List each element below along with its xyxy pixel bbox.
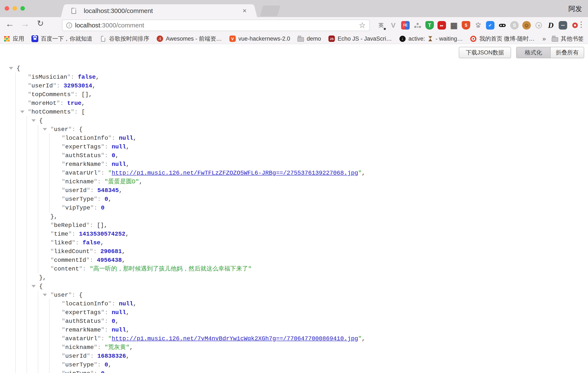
collapse-triangle-icon[interactable] [43,294,47,296]
json-line: "hotComments": [ [28,108,365,116]
collapse-triangle-icon[interactable] [43,128,47,131]
monkey-extension-icon[interactable]: ☺ [522,21,531,30]
json-children-block: "locationInfo": null,"expertTags": null,… [49,299,365,373]
bookmark-baidu[interactable]: 百度一下，你就知道 [32,35,93,43]
other-bookmarks-label: 其他书签 [561,35,584,43]
bookmarks-overflow-chevron[interactable]: » [542,35,546,42]
json-line: "avatarUrl": "http://p1.music.126.net/7v… [62,334,365,343]
minimize-window-button[interactable] [12,6,17,11]
json-tree-viewer: {"isMusician": false,"userId": 32953014,… [17,64,365,373]
reload-button[interactable]: ↻ [34,19,46,28]
d-extension-icon[interactable]: D [546,21,555,30]
weibo-gray-extension-icon[interactable] [534,21,543,30]
json-children-block: {"user": {"locationInfo": null,"expertTa… [27,116,365,373]
json-line: "likedCount": 290681, [50,247,365,256]
translate-extension-icon[interactable]: 英 [377,21,386,30]
bookmarks-bar: 应用百度一下，你就知道谷歌按时间排序AAwesomes - 前端资…Vvue-h… [0,34,588,44]
json-line: "authStatus": 0, [62,151,365,160]
bookmarks-right: » 其他书签 [542,34,584,44]
bookmark-label: 百度一下，你就知道 [41,35,93,43]
page-info-icon[interactable]: i [66,22,72,28]
address-bar[interactable]: i localhost:3000/comment ☆ [62,20,370,31]
bookmark-echojs[interactable]: JSEcho JS - JavaScri… [328,35,392,42]
tab-title: localhost:3000/comment [84,7,153,14]
json-line: { [17,64,365,73]
json-line: { [39,282,365,291]
window-titlebar: localhost:3000/comment × 阿发 [0,0,588,17]
s-extension-icon[interactable]: S [510,21,519,30]
json-line: { [39,116,365,125]
bookmark-label: vue-hackernews-2.0 [239,35,290,42]
url-text[interactable]: localhost:3000/comment [75,22,144,29]
json-line: "beReplied": [], [50,221,365,230]
other-bookmarks-folder[interactable]: 其他书签 [551,35,584,43]
vimium-extension-icon[interactable]: V [389,21,398,30]
collapse-triangle-icon[interactable] [9,67,13,70]
doc-icon [100,35,106,42]
bookmark-active-waiting[interactable]: ↓active:- waiting… [399,35,463,42]
collapse-all-button[interactable]: 折叠所有 [550,47,584,58]
back-button[interactable]: ← [4,19,16,29]
bookmark-demo[interactable]: demo [297,35,321,42]
json-line: "vipType": 0 [62,369,365,373]
json-line: }, [39,273,365,282]
new-tab-button[interactable] [260,6,280,16]
page-content: 下载JSON数据 格式化 折叠所有 {"isMusician": false,"… [0,44,588,373]
json-url-link[interactable]: http://p1.music.126.net/FwTFLzZFZOZO5WFL… [112,170,358,176]
bookmark-star-icon[interactable]: ☆ [359,21,366,30]
json-children-block: "user": {"locationInfo": null,"expertTag… [38,125,365,273]
weibored-icon [470,35,477,42]
collapse-triangle-icon[interactable] [20,111,24,113]
json-line: "user": { [50,291,365,299]
url-host: localhost [75,22,100,29]
bookmark-label: Awesomes - 前端资… [166,35,222,43]
browser-profile-name: 阿发 [568,4,582,14]
bookmark-label: Echo JS - JavaScri… [337,35,392,42]
json-line: "locationInfo": null, [62,134,365,142]
bookmark-label: demo [307,35,321,42]
bookmark-label: 我的首页 微博-随时… [479,35,535,43]
close-window-button[interactable] [5,6,9,11]
bookmark-label: 应用 [13,35,24,43]
tab-close-icon[interactable]: × [242,7,247,15]
glyph-icon: A [157,35,163,42]
bookmark-google-by-time[interactable]: 谷歌按时间排序 [100,35,149,43]
hourglass-icon [428,36,432,41]
qrcode-extension-icon[interactable]: ▦ [449,21,458,30]
collapse-triangle-icon[interactable] [32,285,36,288]
collapse-triangle-icon[interactable] [32,119,36,122]
json-line: "userId": 548345, [62,186,365,195]
shield-t-extension-icon[interactable]: T [425,21,434,30]
forward-button: → [19,19,31,29]
fehelper-extension-icon[interactable]: FE [401,21,410,30]
json-controls: 下载JSON数据 格式化 折叠所有 [459,47,584,58]
dots-extension-icon[interactable]: •••• [558,21,567,30]
browser-tab[interactable]: localhost:3000/comment × [65,4,252,17]
bookmark-weibo-home[interactable]: 我的首页 微博-随时… [470,35,535,43]
glyph-icon: JS [328,35,335,42]
json-line: "moreHot": true, [28,99,365,108]
json-line: "locationInfo": null, [62,299,365,308]
json-line: "expertTags": null, [62,308,365,317]
fullscreen-window-button[interactable] [21,6,25,11]
html5-player-extension-icon[interactable]: 5 [462,21,471,30]
json-line: "expertTags": null, [62,142,365,151]
browser-menu-icon[interactable]: ⋮ [577,20,586,29]
view-mode-segmented: 格式化 折叠所有 [516,47,584,58]
json-url-link[interactable]: http://p1.music.126.net/7vM4nvBdrYw1cWqk… [112,335,358,342]
mask-extension-icon[interactable] [498,21,507,30]
format-button[interactable]: 格式化 [516,47,550,58]
check-blue-extension-icon[interactable]: ✔ [486,21,495,30]
fastforward-extension-icon[interactable]: ▸▸ [437,21,446,30]
browser-toolbar: ← → ↻ i localhost:3000/comment ☆ 英VFET▸▸… [0,17,588,34]
json-line: "userId": 32953014, [28,81,365,90]
nodes-extension-icon[interactable] [413,21,422,30]
json-line: "authStatus": 0, [62,317,365,326]
apps-icon [3,35,10,42]
bookmark-label: active: [408,35,425,42]
download-json-button[interactable]: 下载JSON数据 [459,47,511,58]
bookmark-vue-hackernews[interactable]: Vvue-hackernews-2.0 [229,35,290,42]
bookmark-awesomes[interactable]: AAwesomes - 前端资… [157,35,222,43]
bookmark-apps[interactable]: 应用 [3,35,24,43]
paw-extension-icon[interactable] [474,21,483,30]
